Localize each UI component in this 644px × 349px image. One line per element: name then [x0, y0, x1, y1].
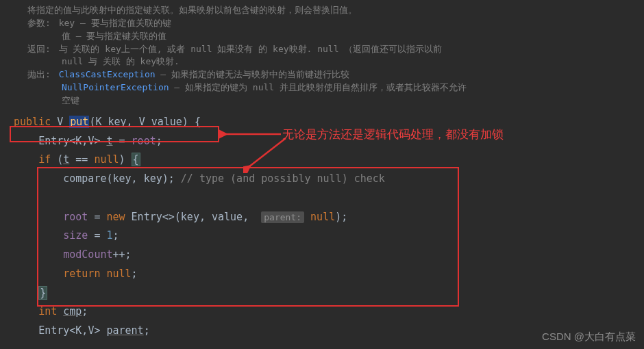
brace-open-hl: {	[132, 153, 140, 166]
code-line-3[interactable]: if (t == null) {	[14, 151, 644, 170]
brace-open: {	[195, 116, 201, 128]
field-modcount: modCount	[63, 248, 112, 261]
call-compare: compare(key, key);	[63, 172, 181, 185]
doc-param-key: key – 要与指定值关联的键	[59, 18, 171, 28]
doc-throws: 抛出: ClassCastException – 如果指定的键无法与映射中的当前…	[27, 68, 644, 81]
doc-returns: 返回: 与 关联的 key上一个值, 或者 null 如果没有 的 key映射.…	[27, 43, 644, 56]
var-t2: t	[63, 153, 69, 166]
code-line-7[interactable]: modCount++;	[14, 246, 644, 265]
num-1: 1	[106, 229, 112, 242]
var-cmp: cmp	[63, 305, 82, 318]
new-entry: Entry<>(key, value,	[132, 211, 256, 223]
field-root: root	[132, 135, 156, 147]
doc-returns-label: 返回:	[27, 43, 51, 56]
javadoc-block: 将指定的值与此映射中的指定键关联。如果映射以前包含键的映射，则会替换旧值。 参数…	[0, 0, 644, 113]
type-k2: K	[75, 324, 82, 337]
kw-new: new	[106, 211, 125, 223]
kw-int: int	[38, 305, 57, 318]
kw-null3: null	[106, 268, 131, 280]
doc-throws2-text: – 如果指定的键为 null 并且此映射使用自然排序，或者其比较器不允许	[169, 82, 467, 92]
eq2: =	[88, 229, 106, 242]
type-k: K	[75, 135, 82, 147]
annotation-text: 无论是方法还是逻辑代码处理，都没有加锁	[282, 127, 504, 142]
code-editor[interactable]: public V put(K key, V value) { Entry<K,V…	[0, 113, 644, 341]
kw-return: return	[63, 268, 100, 280]
doc-throws1-text: – 如果指定的键无法与映射中的当前键进行比较	[156, 69, 349, 79]
doc-throws1-ex[interactable]: ClassCastException	[59, 69, 156, 79]
doc-returns-text1: 与 关联的 key上一个值, 或者 null 如果没有 的 key映射. nul…	[59, 44, 443, 54]
watermark: CSDN @大白有点菜	[542, 331, 636, 344]
comment-type: // type (and possibly null) check	[181, 172, 385, 185]
kw-null: null	[94, 153, 119, 166]
param-value: value	[151, 116, 182, 128]
var-t: t	[106, 135, 112, 147]
brace-close-hl: }	[38, 286, 47, 300]
type-V: V	[57, 116, 63, 128]
doc-params: 参数: key – 要与指定值关联的键	[27, 17, 644, 30]
type-entry: Entry	[38, 135, 69, 147]
doc-throws2: NullPointerException – 如果指定的键为 null 并且此映…	[62, 81, 644, 94]
doc-summary: 将指定的值与此映射中的指定键关联。如果映射以前包含键的映射，则会替换旧值。	[27, 4, 644, 17]
doc-param-value: 值 – 要与指定键关联的值	[62, 30, 644, 43]
field-size: size	[63, 229, 88, 242]
kw-null2: null	[310, 211, 335, 223]
doc-throws2-ex[interactable]: NullPointerException	[62, 82, 169, 92]
code-line-4[interactable]: compare(key, key); // type (and possibly…	[14, 170, 644, 189]
param-key: key	[108, 116, 126, 128]
type-V2: V	[139, 116, 151, 128]
code-line-blank[interactable]	[14, 189, 644, 208]
type-v2: V	[88, 324, 94, 337]
eq: =	[113, 135, 132, 147]
param-hint: parent:	[261, 211, 304, 223]
field-root2: root	[63, 211, 88, 223]
method-put: put	[69, 116, 89, 128]
type-entry2: Entry	[38, 324, 69, 337]
doc-throws2-text2: 空键	[62, 94, 644, 107]
code-line-9[interactable]: }	[14, 284, 644, 303]
type-v: V	[88, 135, 94, 147]
kw-public: public	[14, 116, 51, 128]
code-line-6[interactable]: size = 1;	[14, 227, 644, 246]
doc-throws-label: 抛出:	[27, 68, 51, 81]
code-line-8[interactable]: return null;	[14, 265, 644, 284]
type-K: K	[95, 116, 108, 128]
doc-returns-text2: null 与 关联 的 key映射.	[62, 55, 644, 68]
doc-params-label: 参数:	[27, 17, 51, 30]
op-pp: ++;	[113, 248, 132, 261]
code-line-10[interactable]: int cmp;	[14, 302, 644, 322]
code-line-5[interactable]: root = new Entry<>(key, value, parent: n…	[14, 208, 644, 227]
var-parent: parent	[106, 324, 143, 337]
kw-if: if	[38, 153, 51, 166]
